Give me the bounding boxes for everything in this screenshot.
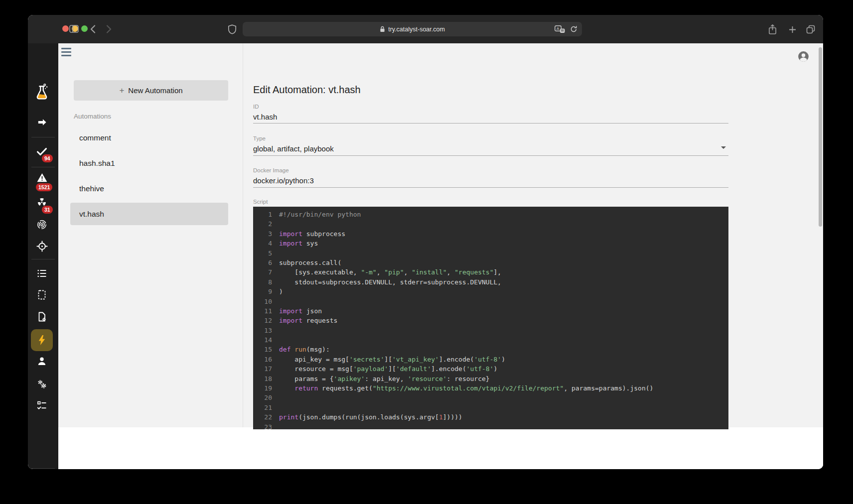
alerts-badge: 1521 [36,183,52,191]
docker-image-underline [253,187,728,188]
catalyst-logo [32,82,52,102]
code-line: 1#!/usr/bin/env python [253,210,728,219]
back-button[interactable] [89,24,96,33]
sidebar-item-fingerprint[interactable] [32,215,52,235]
dashed-document-icon [36,289,48,301]
code-line: 21 [253,403,728,412]
artifacts-badge: 31 [42,206,53,214]
warning-triangle-icon [36,172,48,184]
code-line: 12import requests [253,316,728,325]
code-line: 5 [253,249,728,258]
sidebar-divider [31,137,55,137]
section-label: Automations [74,113,111,120]
translate-button[interactable]: A [554,25,565,34]
account-button[interactable] [797,50,810,63]
new-automation-label: New Automation [128,86,182,95]
sidebar-item-playbooks[interactable] [32,263,52,283]
code-line: 14 [253,335,728,345]
id-input[interactable]: vt.hash [253,113,277,121]
script-editor[interactable]: 1#!/usr/bin/env python23import subproces… [253,207,728,429]
chevron-down-icon[interactable] [721,146,726,149]
sidebar-toggle-button[interactable] [69,24,79,33]
type-select[interactable]: global, artifact, playbook [253,144,334,153]
sidebar-divider [31,259,55,259]
code-line: 6subprocess.call( [253,258,728,267]
sidebar-item-rules[interactable] [32,395,52,415]
code-line: 9) [253,287,728,296]
automation-list-item[interactable]: hash.sha1 [70,152,228,174]
sidebar-item-templates[interactable] [32,285,52,305]
chevron-left-icon [90,25,96,33]
docker-image-input[interactable]: docker.io/python:3 [253,176,314,185]
sidebar-divider [31,468,55,469]
sidebar-item-users[interactable] [32,351,52,371]
browser-window: try.catalyst-soar.com A [28,15,823,469]
share-icon [768,24,777,35]
svg-text:A: A [557,26,560,31]
address-bar[interactable]: try.catalyst-soar.com A [243,22,582,36]
tab-overview-button[interactable] [806,24,816,34]
id-underline [253,123,728,124]
page-bottom [58,427,823,469]
docker-image-label: Docker Image [253,167,289,173]
sidebar-divider [31,167,55,167]
code-line: 7 [sys.executable, "-m", "pip", "install… [253,267,728,277]
chevron-right-icon [106,25,112,33]
list-icon [36,267,48,279]
sidebar-item-start[interactable] [32,112,52,132]
new-tab-button[interactable] [788,25,797,34]
sidebar-item-dashboard[interactable] [32,236,52,256]
code-line: 18 params = {'apikey': api_key, 'resourc… [253,374,728,383]
tabs-icon [806,25,815,34]
code-line: 13 [253,326,728,335]
menu-button[interactable] [61,48,72,56]
tasks-badge: 94 [42,154,53,162]
url-text: try.catalyst-soar.com [388,26,445,33]
automation-list-item[interactable]: comment [70,126,228,149]
lightning-bolt-icon [36,334,48,346]
arrow-right-icon [36,117,48,128]
checklist-icon [36,399,48,411]
app-root: 94 1521 31 [28,43,823,469]
sidebar-item-files[interactable] [32,307,52,327]
code-line: 17 resource = msg['payload']['default'].… [253,364,728,374]
id-label: ID [253,104,259,110]
fingerprint-icon [36,219,48,231]
code-line: 23 [253,422,728,429]
code-line: 4import sys [253,239,728,248]
code-line: 3import subprocess [253,229,728,239]
code-lines: 1#!/usr/bin/env python23import subproces… [253,210,728,429]
reload-button[interactable] [569,25,578,34]
automation-list-item[interactable]: vt.hash [70,203,228,225]
plus-icon: + [119,86,124,96]
lock-icon [380,26,385,32]
forward-button[interactable] [105,24,112,33]
type-label: Type [253,135,266,141]
account-circle-icon [797,50,810,63]
share-button[interactable] [767,23,777,35]
automation-list-item[interactable]: thehive [70,177,228,200]
sidebar-item-settings[interactable] [32,374,52,394]
script-label: Script [253,199,268,205]
privacy-shield-button[interactable] [228,24,237,35]
code-line: 22print(json.dumps(run(json.loads(sys.ar… [253,412,728,422]
menu-icon [61,48,71,49]
shield-icon [228,24,236,34]
page-scrollbar[interactable] [819,47,822,227]
sidebar-item-automations[interactable] [32,330,52,350]
gears-icon [36,378,48,390]
code-line: 16 api_key = msg['secrets']['vt_api_key'… [253,355,728,364]
zoom-window-button[interactable] [81,25,88,32]
code-line: 8 stdout=subprocess.DEVNULL, stderr=subp… [253,277,728,287]
close-window-button[interactable] [62,25,69,32]
new-automation-button[interactable]: + New Automation [74,80,228,101]
browser-toolbar: try.catalyst-soar.com A [28,15,823,44]
code-line: 2 [253,219,728,229]
sidebar-toggle-icon [69,25,79,33]
crosshair-icon [36,240,48,252]
translate-icon: A [555,25,565,33]
code-line: 10 [253,297,728,306]
reload-icon [570,25,577,33]
person-icon [36,355,48,367]
app-content: + New Automation Automations commenthash… [58,43,823,469]
